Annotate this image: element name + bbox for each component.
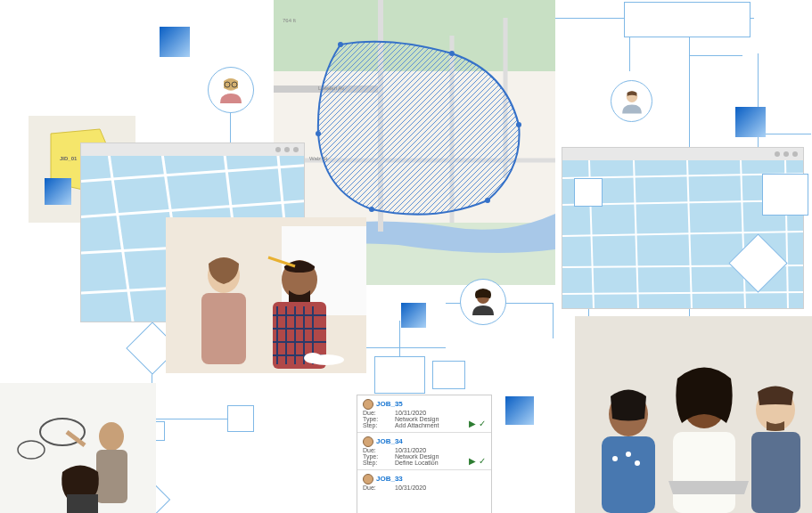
svg-point-8 (449, 51, 455, 56)
label: Due: (363, 410, 388, 416)
job-step: Add Attachment (395, 422, 439, 428)
svg-point-10 (485, 198, 490, 203)
photo-team-laptop (575, 316, 812, 513)
svg-rect-68 (673, 432, 735, 513)
job-due: 10/31/2020 (395, 447, 426, 453)
gradient-square (401, 303, 426, 328)
job-icon (363, 399, 373, 410)
svg-point-53 (304, 353, 322, 363)
svg-rect-39 (201, 293, 246, 364)
gradient-square (45, 178, 71, 205)
job-due: 10/31/2020 (395, 484, 426, 491)
svg-line-13 (81, 165, 304, 183)
play-icon[interactable]: ▶ ✓ (469, 456, 486, 466)
svg-line-29 (741, 160, 745, 308)
flowchart-box (574, 178, 603, 207)
svg-point-64 (612, 456, 618, 461)
map-label: 764 ft (283, 18, 296, 23)
svg-point-12 (316, 131, 321, 136)
svg-point-57 (99, 422, 124, 451)
job-step: Define Location (395, 460, 439, 466)
flowchart-box (374, 356, 425, 394)
avatar-man-smiling (611, 80, 652, 122)
job-list-panel: JOB_35 Due:10/31/2020 Type:Network Desig… (357, 395, 492, 513)
flowchart-box (227, 405, 254, 432)
job-item[interactable]: JOB_34 Due:10/31/2020 Type:Network Desig… (357, 433, 491, 470)
label: Type: (363, 416, 388, 422)
map-label: JID_01 (60, 156, 77, 161)
photo-whiteboard-session (0, 383, 156, 513)
label: Type: (363, 453, 388, 460)
photo-two-people-whiteboard (166, 217, 366, 373)
svg-line-23 (562, 232, 803, 236)
play-icon[interactable]: ▶ ✓ (469, 419, 486, 428)
label: Due: (363, 484, 388, 491)
browser-window-right (562, 147, 804, 309)
flowchart-box (762, 174, 808, 216)
map-label: Walz St (309, 156, 327, 161)
svg-point-65 (626, 452, 631, 457)
svg-line-25 (562, 292, 803, 294)
job-id: JOB_35 (376, 400, 403, 408)
job-type: Network Design (395, 416, 439, 422)
job-icon (363, 436, 373, 447)
job-id: JOB_34 (376, 437, 403, 445)
gradient-square (160, 27, 190, 57)
job-due: 10/31/2020 (395, 410, 426, 416)
map-label: Lowden Av (318, 86, 344, 91)
svg-point-66 (635, 460, 640, 466)
avatar-woman-glasses (208, 67, 254, 113)
label: Step: (363, 460, 388, 466)
svg-rect-70 (751, 432, 800, 513)
svg-rect-58 (96, 450, 127, 503)
flowchart-box (624, 2, 750, 37)
svg-point-7 (338, 42, 343, 47)
label: Step: (363, 422, 388, 428)
job-icon (363, 474, 373, 484)
avatar-man-curly (460, 279, 506, 325)
job-item[interactable]: JOB_33 Due:10/31/2020 (357, 470, 491, 494)
svg-rect-59 (67, 494, 98, 513)
svg-point-9 (516, 122, 521, 127)
job-type: Network Design (395, 453, 439, 460)
flowchart-box (432, 361, 465, 389)
gradient-square (735, 107, 766, 137)
job-id: JOB_33 (376, 475, 403, 483)
svg-line-17 (108, 156, 135, 322)
label: Due: (363, 447, 388, 453)
job-item[interactable]: JOB_35 Due:10/31/2020 Type:Network Desig… (357, 395, 491, 433)
svg-point-11 (369, 207, 374, 212)
svg-rect-63 (602, 436, 655, 513)
gradient-square (505, 396, 534, 425)
